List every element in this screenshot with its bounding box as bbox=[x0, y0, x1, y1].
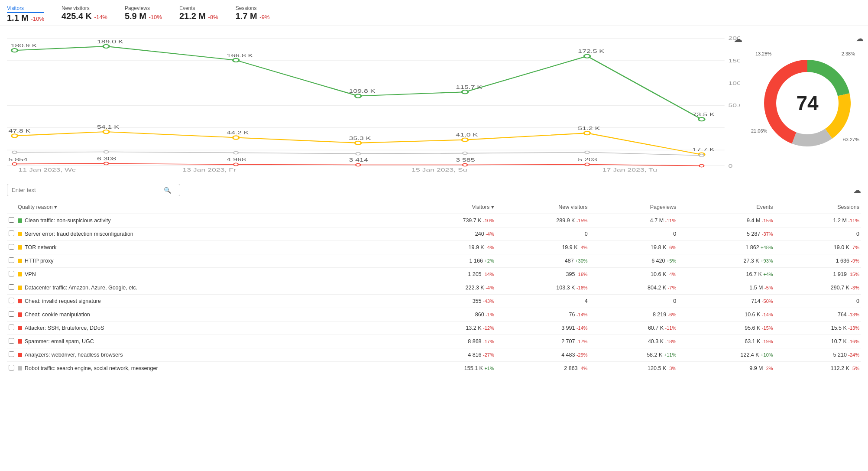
table-row: TOR network 19.9 K -4% 19.9 K -4% 19.8 K… bbox=[7, 241, 861, 254]
color-indicator bbox=[18, 245, 22, 250]
color-indicator bbox=[18, 326, 22, 330]
table-cell: 290.7 K -3% bbox=[775, 281, 861, 295]
svg-text:17.7 K: 17.7 K bbox=[693, 147, 715, 152]
header-quality-reason[interactable]: Quality reason ▾ bbox=[16, 200, 402, 214]
table-cell: 27.3 K +93% bbox=[678, 254, 774, 268]
svg-text:13 Jan 2023, Fr: 13 Jan 2023, Fr bbox=[182, 168, 236, 172]
table-row: Robot traffic: search engine, social net… bbox=[7, 362, 861, 375]
metric-sessions[interactable]: Sessions 1.7 M -9% bbox=[236, 5, 270, 23]
table-cell: 8 868 -17% bbox=[402, 335, 496, 348]
svg-text:6 308: 6 308 bbox=[97, 156, 116, 161]
svg-point-30 bbox=[12, 134, 18, 137]
table-cell: 1.5 M -5% bbox=[678, 281, 774, 295]
table-cell: 10.6 K -14% bbox=[678, 308, 774, 322]
row-checkbox[interactable] bbox=[9, 338, 14, 344]
table-cell: 0 bbox=[589, 227, 678, 241]
metric-visitors-label: Visitors bbox=[7, 5, 44, 13]
svg-text:5 203: 5 203 bbox=[578, 157, 597, 162]
row-checkbox[interactable] bbox=[9, 231, 14, 236]
row-checkbox[interactable] bbox=[9, 365, 14, 370]
row-checkbox[interactable] bbox=[9, 351, 14, 357]
table-row: Spammer: email spam, UGC 8 868 -17% 2 70… bbox=[7, 335, 861, 348]
table-cell: 4 bbox=[496, 295, 589, 308]
color-indicator bbox=[18, 232, 22, 236]
row-checkbox-cell[interactable] bbox=[7, 254, 16, 268]
svg-text:172.5 K: 172.5 K bbox=[578, 49, 604, 54]
table-cell: 1 166 +2% bbox=[402, 254, 496, 268]
row-checkbox[interactable] bbox=[9, 284, 14, 290]
row-checkbox[interactable] bbox=[9, 298, 14, 303]
search-input[interactable] bbox=[7, 184, 180, 196]
row-checkbox-cell[interactable] bbox=[7, 335, 16, 348]
table-cell: 764 -13% bbox=[775, 308, 861, 322]
table-cell: 714 -50% bbox=[678, 295, 774, 308]
table-cell: 1 205 -14% bbox=[402, 268, 496, 281]
color-indicator bbox=[18, 299, 22, 303]
metric-pageviews[interactable]: Pageviews 5.9 M -10% bbox=[125, 5, 162, 23]
row-checkbox[interactable] bbox=[9, 311, 14, 317]
color-indicator bbox=[18, 312, 22, 317]
row-checkbox-cell[interactable] bbox=[7, 268, 16, 281]
metric-pageviews-label: Pageviews bbox=[125, 5, 162, 11]
svg-text:115.7 K: 115.7 K bbox=[456, 85, 482, 90]
header-pageviews[interactable]: Pageviews bbox=[589, 200, 678, 214]
row-checkbox[interactable] bbox=[9, 244, 14, 250]
row-checkbox-cell[interactable] bbox=[7, 322, 16, 335]
svg-point-31 bbox=[103, 130, 109, 133]
row-checkbox[interactable] bbox=[9, 217, 14, 223]
table-container: Quality reason ▾ Visitors ▾ New visitors… bbox=[0, 200, 868, 375]
row-checkbox-cell[interactable] bbox=[7, 281, 16, 295]
svg-text:44.2 K: 44.2 K bbox=[227, 130, 249, 135]
svg-point-51 bbox=[12, 162, 17, 165]
svg-text:3 585: 3 585 bbox=[456, 158, 475, 162]
row-checkbox-cell[interactable] bbox=[7, 241, 16, 254]
row-checkbox[interactable] bbox=[9, 325, 14, 330]
row-checkbox-cell[interactable] bbox=[7, 362, 16, 375]
svg-point-49 bbox=[585, 151, 589, 153]
metric-events[interactable]: Events 21.2 M -8% bbox=[179, 5, 218, 23]
svg-text:17 Jan 2023, Tu: 17 Jan 2023, Tu bbox=[602, 168, 657, 172]
table-row: HTTP proxy 1 166 +2% 487 +30% 6 420 +5% … bbox=[7, 254, 861, 268]
svg-point-44 bbox=[12, 151, 17, 153]
quality-table: Quality reason ▾ Visitors ▾ New visitors… bbox=[7, 200, 861, 375]
svg-text:41.0 K: 41.0 K bbox=[456, 133, 478, 137]
row-checkbox[interactable] bbox=[9, 271, 14, 276]
svg-text:109.8 K: 109.8 K bbox=[349, 89, 376, 94]
metric-new-visitors-value: 425.4 K -14% bbox=[62, 11, 107, 21]
row-reason: Robot traffic: search engine, social net… bbox=[16, 362, 402, 375]
table-cell: 4 816 -27% bbox=[402, 348, 496, 362]
metric-new-visitors[interactable]: New visitors 425.4 K -14% bbox=[62, 5, 107, 23]
table-cell: 5 287 -37% bbox=[678, 227, 774, 241]
search-icon[interactable]: 🔍 bbox=[164, 187, 171, 194]
line-chart: 200.0 K 150.0 K 100.0 K 50.0 K 0 11 Jan … bbox=[7, 34, 740, 172]
table-cell: 804.2 K -7% bbox=[589, 281, 678, 295]
row-checkbox-cell[interactable] bbox=[7, 214, 16, 227]
row-reason: Server error: fraud detection misconfigu… bbox=[16, 227, 402, 241]
row-checkbox-cell[interactable] bbox=[7, 227, 16, 241]
svg-point-33 bbox=[355, 141, 361, 145]
svg-text:47.8 K: 47.8 K bbox=[9, 129, 31, 133]
svg-point-22 bbox=[699, 117, 705, 121]
metric-events-label: Events bbox=[179, 5, 218, 11]
header-new-visitors[interactable]: New visitors bbox=[496, 200, 589, 214]
svg-text:73.5 K: 73.5 K bbox=[693, 112, 715, 117]
svg-text:15 Jan 2023, Su: 15 Jan 2023, Su bbox=[411, 168, 467, 172]
cloud-icon-table[interactable]: ☁ bbox=[853, 185, 861, 195]
row-checkbox-cell[interactable] bbox=[7, 348, 16, 362]
table-cell: 76 -14% bbox=[496, 308, 589, 322]
table-cell: 1 919 -15% bbox=[775, 268, 861, 281]
metric-visitors[interactable]: Visitors 1.1 M -10% bbox=[7, 5, 44, 23]
metric-pageviews-value: 5.9 M -10% bbox=[125, 11, 162, 21]
header-sessions[interactable]: Sessions bbox=[775, 200, 861, 214]
header-visitors[interactable]: Visitors ▾ bbox=[402, 200, 496, 214]
table-cell: 8 219 -6% bbox=[589, 308, 678, 322]
header-events[interactable]: Events bbox=[678, 200, 774, 214]
cloud-download-icon[interactable]: ☁ bbox=[734, 34, 742, 44]
table-cell: 0 bbox=[775, 295, 861, 308]
row-checkbox-cell[interactable] bbox=[7, 308, 16, 322]
row-checkbox[interactable] bbox=[9, 257, 14, 263]
svg-point-54 bbox=[356, 163, 360, 166]
table-cell: 9.4 M -15% bbox=[678, 214, 774, 227]
svg-text:51.2 K: 51.2 K bbox=[578, 126, 600, 131]
row-checkbox-cell[interactable] bbox=[7, 295, 16, 308]
